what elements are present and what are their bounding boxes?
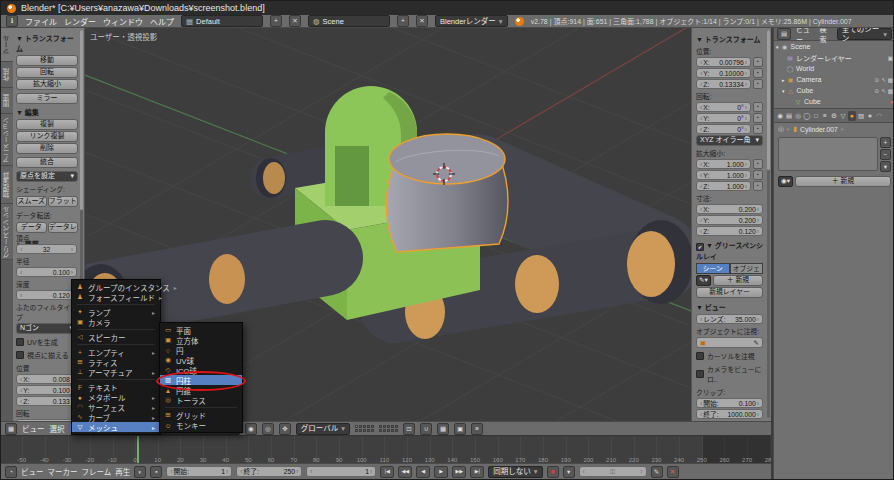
outliner-row-cube-data[interactable]: ▽ Cube ●: [774, 96, 894, 107]
tab-constraints-icon[interactable]: ≡: [821, 111, 829, 121]
rotate-button[interactable]: 回転: [16, 67, 78, 78]
location-y-field[interactable]: Y:0.100: [16, 385, 77, 395]
timeline-menu-frame[interactable]: フレーム: [82, 466, 112, 477]
tab-scene-icon[interactable]: ◎: [794, 111, 802, 121]
npanel-loc-y[interactable]: Y:0.10000: [696, 68, 751, 78]
editor-type-icon[interactable]: ℹ: [6, 15, 18, 27]
view3d-menu-select[interactable]: 選択: [50, 423, 65, 434]
play-reverse-button[interactable]: ◀: [416, 466, 430, 478]
tab-texture-icon[interactable]: ▨: [857, 111, 865, 121]
snap-magnet-icon[interactable]: ∪: [420, 423, 432, 435]
lock-icon[interactable]: ▪: [753, 68, 763, 78]
outliner-editor-icon[interactable]: ▤: [777, 28, 791, 40]
current-frame-field[interactable]: 1: [306, 466, 376, 477]
clip-end-field[interactable]: 終了:1000.000: [696, 409, 763, 419]
lock-icon[interactable]: ▪: [753, 170, 763, 180]
add-lamp[interactable]: ✦ランプ▸: [72, 307, 160, 317]
transform-orientation-dropdown[interactable]: グローバル▾: [296, 423, 350, 435]
add-scene-button[interactable]: +: [397, 15, 409, 27]
outliner-row-world[interactable]: ◯ World: [774, 63, 894, 74]
generate-uv-checkbox[interactable]: [16, 338, 24, 346]
view3d-menu-view[interactable]: ビュー: [22, 423, 45, 434]
lock-to-cursor-row[interactable]: カーソルを注視: [696, 351, 763, 361]
add-curve[interactable]: ∿カーブ▸: [72, 412, 160, 422]
render-toggle-icon[interactable]: ▩: [888, 88, 893, 94]
timeline-menu-view[interactable]: ビュー: [21, 466, 44, 477]
vertices-field[interactable]: 32: [16, 244, 77, 254]
title-bar[interactable]: Blender* [C:¥Users¥anazawa¥Downloads¥scr…: [1, 1, 893, 15]
add-cube[interactable]: ▣立方体: [160, 335, 242, 345]
shade-flat-button[interactable]: フラット: [48, 196, 79, 207]
lock-range-icon[interactable]: ▪: [150, 466, 162, 478]
new-material-button[interactable]: ＋ 新規: [795, 176, 891, 187]
mirror-button[interactable]: ミラー: [16, 93, 78, 104]
opengl-render-icon[interactable]: ▣: [454, 423, 466, 435]
npanel-loc-x[interactable]: X:0.00796: [696, 57, 751, 67]
add-monkey[interactable]: ☺モンキー: [160, 420, 242, 430]
npanel-loc-z[interactable]: Z:0.13334: [696, 79, 751, 89]
tab-relations[interactable]: 関連: [1, 88, 13, 114]
play-button[interactable]: ▶: [434, 466, 448, 478]
npanel-transform-title[interactable]: ▼ トランスフォーム: [696, 34, 763, 44]
lock-icon[interactable]: ▪: [753, 181, 763, 191]
tab-render-layers-icon[interactable]: ▤: [785, 111, 793, 121]
expander-icon[interactable]: ▸: [782, 77, 785, 83]
opengl-render-anim-icon[interactable]: ≡: [471, 423, 483, 435]
camera-toggle-icon[interactable]: ▣: [888, 55, 893, 61]
material-slot-list[interactable]: [778, 137, 878, 171]
tab-material-icon[interactable]: ●: [848, 111, 856, 121]
view-panel-title[interactable]: ▼ ビュー: [696, 302, 763, 312]
location-x-field[interactable]: X:0.008: [16, 374, 77, 384]
n-panel-scrollbar[interactable]: [767, 30, 770, 418]
npanel-dim-y[interactable]: Y:0.200: [696, 215, 763, 225]
add-slot-button[interactable]: +: [880, 137, 891, 148]
clip-start-field[interactable]: 開始:0.100: [696, 398, 763, 408]
lock-to-object-field[interactable]: ▣✎: [696, 337, 763, 348]
pivot-point-dropdown[interactable]: ◎: [262, 423, 274, 435]
tab-physics-icon[interactable]: ◠: [875, 111, 883, 121]
tab-render-icon[interactable]: ◉: [776, 111, 784, 121]
npanel-rot-z[interactable]: Z:0°: [696, 124, 751, 134]
view3d-editor-icon[interactable]: ▦: [5, 423, 17, 435]
lock-icon[interactable]: ▪: [753, 57, 763, 67]
scene-selector[interactable]: ◍Scene: [308, 15, 390, 27]
align-to-view-row[interactable]: 視点に揃える: [16, 350, 77, 360]
menu-render[interactable]: レンダー: [64, 16, 96, 27]
npanel-scale-x[interactable]: X:1.000: [696, 159, 751, 169]
cap-fill-dropdown[interactable]: Nゴン▾: [16, 323, 77, 334]
expander-icon[interactable]: ▾: [782, 88, 785, 94]
frame-start-field[interactable]: 開始:1: [166, 466, 232, 477]
panel-transform-title[interactable]: ▼ トランスフォーム: [16, 33, 78, 53]
frame-end-field[interactable]: 終了:250: [236, 466, 302, 477]
tab-physics[interactable]: 物理演算: [1, 166, 13, 204]
snap-element-dropdown[interactable]: ▦: [437, 423, 449, 435]
tab-world-icon[interactable]: ◯: [803, 111, 811, 121]
add-speaker[interactable]: ◁スピーカー: [72, 332, 160, 342]
preview-range-icon[interactable]: ◐: [134, 466, 146, 478]
lock-to-scene-icon[interactable]: ⊡: [403, 423, 415, 435]
eyedropper-icon[interactable]: ✎: [754, 339, 759, 347]
screen-layout-selector[interactable]: ▦Default: [181, 15, 263, 27]
select-toggle-icon[interactable]: ↖: [881, 77, 886, 83]
add-text[interactable]: Fテキスト: [72, 382, 160, 392]
add-empty[interactable]: +エンプティ▸: [72, 347, 160, 357]
timeline-menu-playback[interactable]: 再生: [115, 466, 130, 477]
gp-object-tab[interactable]: オブジェクト: [730, 263, 764, 274]
join-button[interactable]: 統合: [16, 157, 78, 168]
add-plane[interactable]: ▭平面: [160, 325, 242, 335]
npanel-scale-y[interactable]: Y:1.000: [696, 170, 751, 180]
lock-icon[interactable]: ▪: [753, 79, 763, 89]
add-force-field[interactable]: ♟フォースフィールド▸: [72, 292, 160, 302]
grease-pencil-panel-title[interactable]: ✓ ▼ グリースペンシルレイ: [696, 240, 763, 261]
add-uv-sphere[interactable]: ◉UV球: [160, 355, 242, 365]
set-origin-dropdown[interactable]: 原点を設定▾: [16, 171, 78, 182]
add-armature[interactable]: ⊥アーマチュア▸: [72, 367, 160, 377]
add-layout-button[interactable]: +: [270, 15, 282, 27]
generate-uv-row[interactable]: UVを生成: [16, 337, 77, 347]
scale-button[interactable]: 拡大縮小: [16, 79, 78, 90]
layers-grid-1[interactable]: [355, 425, 374, 432]
hide-toggle-icon[interactable]: ⊙: [875, 88, 880, 94]
add-lattice[interactable]: ⊞ラティス: [72, 357, 160, 367]
tab-data-icon[interactable]: ▽: [839, 111, 847, 121]
timeline-editor-icon[interactable]: ◔: [5, 466, 17, 478]
